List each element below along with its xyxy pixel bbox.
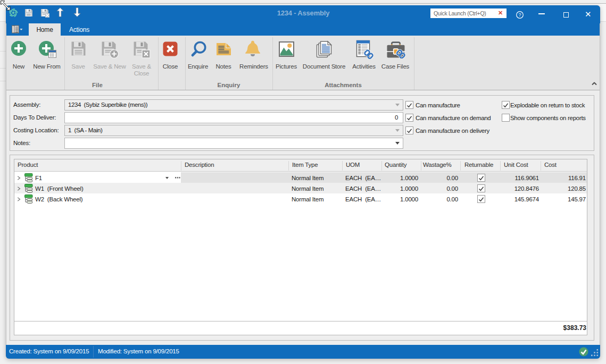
svg-text:?: ? — [518, 12, 521, 18]
